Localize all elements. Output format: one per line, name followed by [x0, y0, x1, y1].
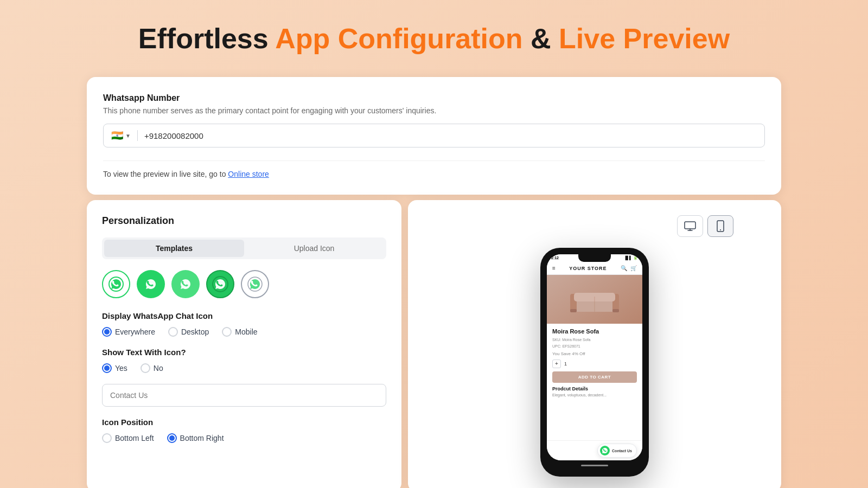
tabs-row: Templates Upload Icon	[102, 237, 386, 259]
title-part3: &	[531, 23, 551, 54]
device-toggle	[677, 215, 733, 237]
radio-mobile[interactable]: Mobile	[222, 327, 257, 337]
qty-plus-btn[interactable]: +	[552, 359, 561, 368]
wa-chat-btn[interactable]: Contact Us	[597, 444, 637, 458]
phone-nav: ≡ YOUR STORE 🔍 🛒	[547, 262, 642, 275]
sku-label: SKU: Moira Rose Sofa	[552, 338, 590, 342]
position-options-row: Bottom Left Bottom Right	[102, 433, 386, 443]
svg-rect-11	[570, 309, 577, 312]
phone-input-wrapper[interactable]: 🇮🇳 ▼ +918200082000	[103, 124, 765, 147]
icon-templates	[102, 270, 386, 298]
preview-panel: 2:12 ▐▌▌ 🔋 ≡ YOUR STORE 🔍 🛒	[408, 200, 781, 488]
nav-icons: 🔍 🛒	[621, 265, 637, 271]
radio-no-label: No	[154, 364, 163, 373]
mobile-view-btn[interactable]	[707, 215, 733, 237]
sofa-svg	[567, 283, 622, 316]
show-text-label: Show Text With Icon?	[102, 348, 386, 357]
radio-yes-circle	[102, 363, 112, 373]
title-part2: App Configuration	[275, 23, 522, 54]
search-icon: 🔍	[621, 265, 627, 271]
radio-bottom-right-circle	[167, 433, 177, 443]
radio-mobile-circle	[222, 327, 232, 337]
product-desc: Elegant, voluptuous, decadent...	[552, 393, 637, 397]
radio-no-circle	[141, 363, 150, 373]
upc-label: UPC: EFS26071	[552, 344, 580, 348]
flag-emoji: 🇮🇳	[111, 130, 123, 142]
radio-desktop-label: Desktop	[181, 328, 209, 336]
whatsapp-section: Whatsapp Number This phone number serves…	[103, 93, 765, 147]
radio-everywhere[interactable]: Everywhere	[102, 327, 155, 337]
radio-no[interactable]: No	[141, 363, 163, 373]
bottom-section: Personalization Templates Upload Icon	[87, 200, 781, 488]
phone-mockup: 2:12 ▐▌▌ 🔋 ≡ YOUR STORE 🔍 🛒	[540, 248, 649, 477]
product-image	[547, 275, 642, 324]
radio-yes[interactable]: Yes	[102, 363, 127, 373]
icon-template-5[interactable]	[241, 270, 269, 298]
desktop-icon	[684, 221, 696, 231]
personalization-panel: Personalization Templates Upload Icon	[87, 200, 401, 488]
svg-point-7	[720, 229, 721, 230]
phone-screen: 2:12 ▐▌▌ 🔋 ≡ YOUR STORE 🔍 🛒	[547, 254, 642, 460]
page-title: Effortless App Configuration & Live Prev…	[87, 22, 781, 55]
preview-note: To view the preview in live site, go to …	[103, 160, 765, 178]
phone-status-bar: 2:12 ▐▌▌ 🔋	[547, 254, 642, 262]
icon-position-label: Icon Position	[102, 418, 386, 427]
whatsapp-icon	[602, 447, 608, 454]
contact-input[interactable]	[102, 384, 386, 407]
whatsapp-title: Whatsapp Number	[103, 93, 765, 103]
tab-upload-icon[interactable]: Upload Icon	[244, 240, 384, 257]
product-details: Moira Rose Sofa SKU: Moira Rose Sofa UPC…	[547, 324, 642, 401]
display-icon-label: Display WhatsApp Chat Icon	[102, 311, 386, 320]
display-options-row: Everywhere Desktop Mobile	[102, 327, 386, 337]
title-part1: Effortless	[138, 23, 269, 54]
radio-everywhere-circle	[102, 327, 112, 337]
whatsapp-desc: This phone number serves as the primary …	[103, 106, 765, 115]
desktop-view-btn[interactable]	[677, 215, 703, 237]
wa-chat-label: Contact Us	[612, 449, 632, 453]
phone-home-bar	[547, 460, 642, 470]
chevron-down-icon: ▼	[125, 133, 131, 139]
phone-number: +918200082000	[144, 131, 203, 140]
icon-template-2[interactable]	[137, 270, 165, 298]
radio-bottom-left[interactable]: Bottom Left	[102, 433, 154, 443]
status-icons: ▐▌▌ 🔋	[624, 256, 638, 260]
preview-note-text: To view the preview in live site, go to	[103, 170, 226, 178]
icon-template-3[interactable]	[171, 270, 200, 298]
product-sku: SKU: Moira Rose Sofa UPC: EFS26071	[552, 337, 637, 349]
mobile-icon	[717, 220, 724, 232]
personalization-title: Personalization	[102, 215, 386, 227]
radio-yes-label: Yes	[115, 364, 127, 373]
whatsapp-card: Whatsapp Number This phone number serves…	[87, 77, 781, 195]
phone-bottom-bar: Contact Us	[547, 440, 642, 460]
qty-row: + 1	[552, 359, 637, 368]
flag-selector[interactable]: 🇮🇳 ▼	[111, 130, 131, 142]
cart-icon: 🛒	[630, 265, 637, 271]
product-details-label: Prodcut Details	[552, 386, 637, 391]
qty-value: 1	[564, 361, 567, 367]
radio-everywhere-label: Everywhere	[115, 328, 155, 336]
radio-bottom-right-label: Bottom Right	[180, 434, 224, 442]
radio-bottom-left-label: Bottom Left	[115, 434, 154, 442]
radio-mobile-label: Mobile	[235, 328, 257, 336]
radio-desktop-circle	[168, 327, 178, 337]
price-tag: You Save 4% Off	[552, 351, 637, 356]
show-text-options-row: Yes No	[102, 363, 386, 373]
svg-rect-5	[685, 222, 695, 229]
phone-divider	[137, 130, 138, 141]
phone-notch	[578, 254, 611, 262]
online-store-link[interactable]: Online store	[228, 170, 269, 178]
product-name: Moira Rose Sofa	[552, 328, 637, 335]
radio-bottom-right[interactable]: Bottom Right	[167, 433, 224, 443]
store-name: YOUR STORE	[556, 266, 621, 271]
tab-templates[interactable]: Templates	[104, 240, 244, 257]
add-to-cart-btn[interactable]: ADD TO CART	[552, 371, 637, 383]
svg-rect-12	[612, 309, 619, 312]
home-indicator	[581, 465, 608, 466]
status-time: 2:12	[551, 256, 559, 260]
title-part4: Live Preview	[559, 23, 730, 54]
wa-icon	[600, 446, 610, 455]
icon-template-1[interactable]	[102, 270, 130, 298]
radio-desktop[interactable]: Desktop	[168, 327, 209, 337]
icon-template-4[interactable]	[206, 270, 234, 298]
radio-bottom-left-circle	[102, 433, 112, 443]
